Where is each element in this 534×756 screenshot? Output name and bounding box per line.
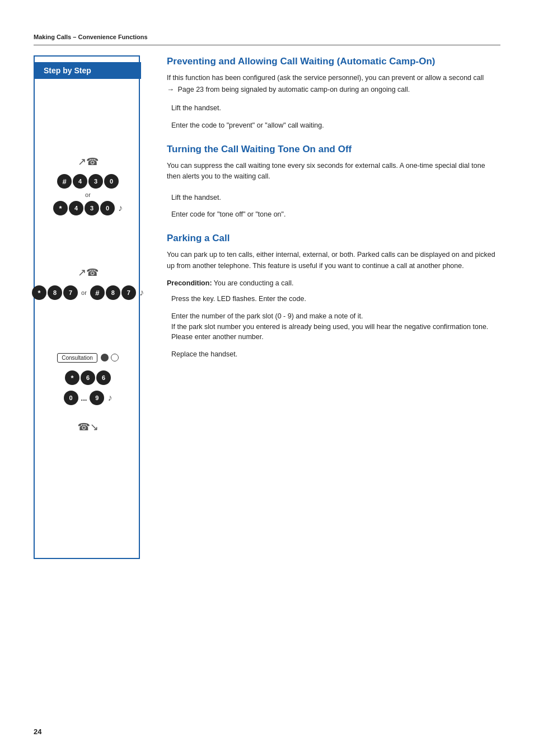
arrow-ref-1: → — [167, 85, 174, 93]
step-park-slot: Enter the number of the park slot (0 - 9… — [167, 309, 500, 342]
key-8-1: 8 — [48, 285, 62, 300]
step-lift-2: Lift the handset. — [167, 190, 500, 203]
main-layout: Step by Step ↗☎ # 4 3 0 — [34, 55, 500, 559]
code-row-3: * 6 6 — [35, 368, 141, 388]
step-park-slot-text: Enter the number of the park slot (0 - 9… — [171, 309, 500, 342]
step-lift-1: Lift the handset. — [167, 103, 500, 114]
code-row-4: 0 ... 9 ♪ — [35, 388, 141, 408]
ellipsis-slot: ... — [81, 394, 87, 402]
precondition-parking: Precondition: You are conducting a call. — [167, 279, 500, 287]
key-hash-2: # — [90, 285, 105, 300]
step-code-1-text: Enter the code to "prevent" or "allow" c… — [171, 118, 500, 131]
consultation-key: Consultation — [57, 353, 97, 363]
or-label-1: or — [85, 191, 91, 198]
section-body-parking: You can park up to ten calls, either int… — [167, 250, 500, 271]
section-title-preventing: Preventing and Allowing Call Waiting (Au… — [167, 55, 500, 67]
step-replace: Replace the handset. — [167, 347, 500, 360]
key-3-2: 3 — [85, 201, 99, 215]
code-tone-on-row: # 8 7 ♪ — [90, 285, 144, 300]
section-body-preventing: If this function has been configured (as… — [167, 73, 500, 95]
led-indicators — [101, 354, 119, 361]
key-hash-1: # — [57, 174, 72, 189]
section-title-turning: Turning the Call Waiting Tone On and Off — [167, 143, 500, 155]
header-divider — [34, 45, 500, 45]
right-column: Preventing and Allowing Call Waiting (Au… — [157, 55, 500, 559]
step-press-key-text: Press the key. LED flashes. Enter the co… — [171, 292, 500, 304]
lift-handset-icon-2: ↗☎ — [35, 262, 141, 283]
key-star-2: * — [32, 285, 46, 300]
handset-up-icon-2: ↗☎ — [78, 266, 99, 279]
key-4-1: 4 — [73, 174, 87, 189]
page: Making Calls – Convenience Functions Ste… — [0, 0, 534, 756]
step-press-key: Press the key. LED flashes. Enter the co… — [167, 292, 500, 304]
codes-group-1: # 4 3 0 or * 4 3 0 ♪ — [53, 172, 123, 218]
key-0-2: 0 — [100, 201, 115, 215]
key-4-2: 4 — [69, 201, 83, 215]
led-white — [111, 354, 119, 361]
breadcrumb: Making Calls – Convenience Functions — [34, 34, 500, 40]
step-by-step-label: Step by Step — [35, 62, 141, 79]
step-code-2: Enter code for "tone off" or "tone on". — [167, 207, 500, 220]
handset-up-icon: ↗☎ — [78, 156, 99, 168]
key-8-2: 8 — [106, 285, 120, 300]
consult-key-row: Consultation — [35, 348, 141, 368]
or-label-2: or — [81, 289, 87, 296]
key-9-slot: 9 — [90, 391, 104, 405]
code-slot-row: 0 ... 9 ♪ — [64, 391, 113, 405]
step-replace-text: Replace the handset. — [171, 347, 500, 360]
step-by-step-panel: Step by Step ↗☎ # 4 3 0 — [34, 55, 140, 559]
step-code-1: Enter the code to "prevent" or "allow" c… — [167, 118, 500, 131]
lift-handset-icon-1: ↗☎ — [35, 152, 141, 172]
step-lift-1-text: Lift the handset. — [171, 103, 500, 114]
code-prevent-row: # 4 3 0 — [57, 174, 119, 189]
key-0-slot: 0 — [64, 391, 78, 405]
section-preventing: Preventing and Allowing Call Waiting (Au… — [167, 55, 500, 131]
code-park-row: * 6 6 — [65, 370, 111, 385]
key-3-1: 3 — [88, 174, 103, 189]
section-title-parking: Parking a Call — [167, 232, 500, 244]
left-column: Step by Step ↗☎ # 4 3 0 — [34, 55, 157, 559]
step-code-2-text: Enter code for "tone off" or "tone on". — [171, 207, 500, 220]
replace-handset-icon: ↙☎ — [35, 417, 141, 437]
code-row-1: # 4 3 0 or * 4 3 0 ♪ — [35, 172, 141, 218]
code-allow-row: * 4 3 0 ♪ — [53, 201, 123, 215]
section-parking: Parking a Call You can park up to ten ca… — [167, 232, 500, 360]
key-0-1: 0 — [104, 174, 119, 189]
key-7-1: 7 — [63, 285, 78, 300]
step-lift-2-text: Lift the handset. — [171, 190, 500, 203]
section-body-turning: You can suppress the call waiting tone e… — [167, 161, 500, 182]
code-row-2: * 8 7 or # 8 7 ♪ — [35, 283, 141, 303]
tone-icon-2: ♪ — [139, 288, 144, 298]
tone-icon-1: ♪ — [118, 203, 123, 213]
key-star-3: * — [65, 370, 79, 385]
tone-icon-3: ♪ — [107, 393, 112, 403]
page-number: 24 — [34, 727, 41, 736]
key-6-1: 6 — [81, 370, 95, 385]
section-turning: Turning the Call Waiting Tone On and Off… — [167, 143, 500, 220]
key-star-1: * — [53, 201, 68, 215]
key-6-2: 6 — [96, 370, 111, 385]
precondition-label: Precondition: — [167, 279, 212, 287]
code-tone-off-row: * 8 7 — [32, 285, 78, 300]
key-7-2: 7 — [121, 285, 136, 300]
handset-down-icon: ↙☎ — [78, 421, 99, 433]
led-dark — [101, 354, 109, 361]
